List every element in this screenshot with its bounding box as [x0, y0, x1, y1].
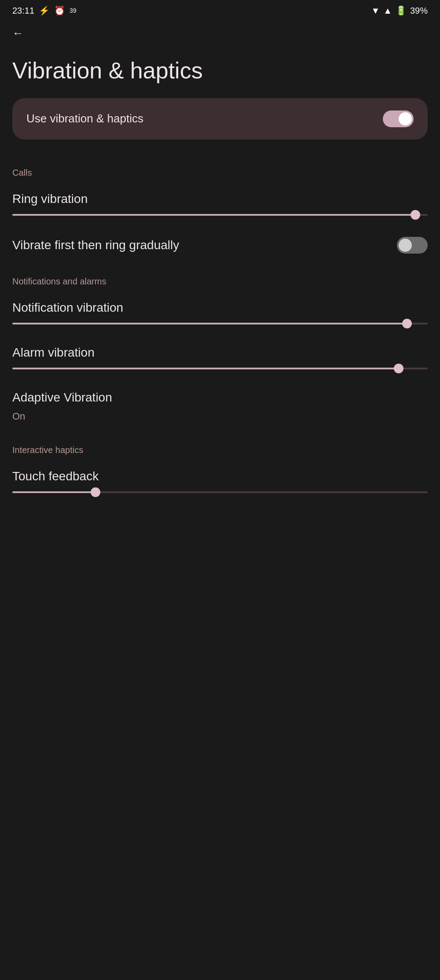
adaptive-vibration-label: Adaptive Vibration [12, 391, 428, 405]
touch-feedback-item: Touch feedback [0, 461, 440, 505]
touch-feedback-slider-container[interactable] [12, 490, 428, 502]
touch-feedback-thumb[interactable] [91, 487, 100, 497]
main-toggle-label: Use vibration & haptics [26, 112, 143, 125]
touch-feedback-track [12, 491, 428, 493]
main-toggle-thumb [399, 112, 412, 125]
ring-vibration-thumb[interactable] [411, 210, 420, 220]
alarm-vibration-slider-container[interactable] [12, 366, 428, 378]
charging-icon: ⚡ [39, 5, 50, 16]
haptics-section-gap [0, 431, 440, 442]
vibrate-first-toggle[interactable] [397, 237, 428, 254]
battery-percent: 39% [410, 6, 428, 16]
vibrate-first-thumb [399, 239, 412, 252]
notification-vibration-track [12, 323, 428, 324]
notification-vibration-slider-container[interactable] [12, 321, 428, 333]
touch-feedback-label: Touch feedback [12, 469, 428, 483]
vibrate-first-label: Vibrate first then ring gradually [12, 238, 179, 252]
main-toggle-switch[interactable] [383, 111, 414, 127]
haptics-section-header: Interactive haptics [0, 442, 440, 461]
status-time: 23:11 [12, 6, 34, 16]
alarm-vibration-thumb[interactable] [394, 364, 403, 373]
battery-icon: 🔋 [396, 5, 407, 16]
notification-icon: 39 [70, 7, 77, 14]
wifi-icon: ▼ [371, 6, 380, 16]
touch-feedback-fill [12, 491, 95, 493]
ring-vibration-label: Ring vibration [12, 192, 428, 206]
status-bar: 23:11 ⚡ ⏰ 39 ▼ ▲ 🔋 39% [0, 0, 440, 19]
status-left: 23:11 ⚡ ⏰ 39 [12, 5, 77, 16]
signal-icon: ▲ [383, 6, 392, 16]
alarm-vibration-label: Alarm vibration [12, 346, 428, 360]
ring-vibration-slider-container[interactable] [12, 212, 428, 225]
notification-vibration-item: Notification vibration [0, 292, 440, 337]
notification-vibration-thumb[interactable] [402, 319, 412, 328]
back-button[interactable]: ← [0, 19, 440, 44]
status-right: ▼ ▲ 🔋 39% [371, 5, 428, 16]
ring-vibration-track [12, 214, 428, 216]
calls-section-header: Calls [0, 164, 440, 183]
page-title: Vibration & haptics [0, 44, 440, 98]
adaptive-vibration-sublabel: On [12, 411, 428, 422]
alarm-vibration-fill [12, 368, 399, 369]
notifications-section-header: Notifications and alarms [0, 273, 440, 292]
vibrate-first-row[interactable]: Vibrate first then ring gradually [0, 228, 440, 262]
notification-vibration-label: Notification vibration [12, 301, 428, 315]
notification-vibration-fill [12, 323, 407, 324]
ring-vibration-item: Ring vibration [0, 183, 440, 228]
ring-vibration-fill [12, 214, 415, 216]
alarm-vibration-track [12, 368, 428, 369]
notifications-section-gap [0, 262, 440, 273]
back-arrow-icon: ← [12, 26, 24, 40]
alarm-icon: ⏰ [54, 5, 65, 16]
calls-section-gap [0, 154, 440, 164]
main-toggle-card[interactable]: Use vibration & haptics [12, 98, 428, 140]
alarm-vibration-item: Alarm vibration [0, 337, 440, 382]
adaptive-vibration-item[interactable]: Adaptive Vibration On [0, 382, 440, 431]
